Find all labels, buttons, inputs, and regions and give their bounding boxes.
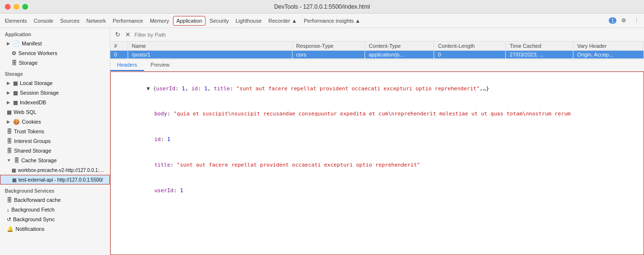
sidebar-item-label: Notifications — [15, 226, 44, 232]
tab-lighthouse[interactable]: Lighthouse — [233, 16, 264, 25]
cell-content-type: application/js... — [365, 51, 434, 59]
gear-icon — [621, 17, 626, 23]
indexeddb-icon: ▦ — [13, 99, 18, 106]
sidebar-item-manifest[interactable]: ▶ 📄 Manifest — [0, 39, 110, 48]
clear-button[interactable]: ✕ — [124, 30, 132, 39]
arrow-icon: ▶ — [7, 100, 10, 105]
json-line-4: title: "sunt aut facere repellat provide… — [115, 152, 640, 178]
sidebar-item-indexeddb[interactable]: ▶ ▦ IndexedDB — [0, 98, 110, 107]
json-string: "sunt aut facere repellat provident occa… — [236, 85, 480, 92]
sidebar-item-background-fetch[interactable]: ↓ Background Fetch — [0, 205, 110, 214]
tab-console[interactable]: Console — [31, 16, 56, 25]
sidebar-item-interest-groups[interactable]: 🗄 Interest Groups — [0, 136, 110, 146]
col-name: Name — [128, 42, 292, 51]
tab-elements[interactable]: Elements — [2, 16, 30, 25]
refresh-button[interactable]: ↻ — [114, 30, 121, 39]
tab-preview[interactable]: Preview — [144, 59, 176, 71]
sidebar-item-cache-storage[interactable]: ▼ 🗄 Cache Storage — [0, 156, 110, 165]
sidebar-item-trust-tokens[interactable]: 🗄 Trust Tokens — [0, 127, 110, 136]
arrow-icon: ▶ — [7, 119, 10, 124]
sidebar-section-application: Application — [0, 28, 110, 39]
maximize-button[interactable] — [22, 4, 28, 10]
sidebar-item-local-storage[interactable]: ▶ ▦ Local Storage — [0, 78, 110, 88]
sidebar-item-label: Local Storage — [20, 80, 53, 86]
sidebar-item-label: Back/forward cache — [14, 197, 61, 203]
minimize-button[interactable] — [14, 4, 19, 10]
arrow-icon: ▼ — [7, 158, 11, 163]
more-options-button[interactable] — [631, 16, 642, 25]
sidebar-item-service-workers[interactable]: ⚙ Service Workers — [0, 48, 110, 58]
tab-headers[interactable]: Headers — [110, 59, 144, 71]
tab-performance-insights[interactable]: Performance insights ▲ — [301, 16, 363, 25]
tab-security[interactable]: Security — [206, 16, 232, 25]
sidebar-item-label: Cache Storage — [21, 157, 57, 163]
sidebar-item-label: Web SQL — [14, 109, 37, 115]
filter-input[interactable] — [134, 32, 640, 38]
sidebar-item-label: Background Fetch — [12, 207, 55, 212]
sidebar-item-back-forward[interactable]: 🗄 Back/forward cache — [0, 195, 110, 205]
tab-application[interactable]: Application — [173, 16, 206, 26]
sidebar-item-label: Session Storage — [20, 90, 59, 96]
title-bar: DevTools - 127.0.0.1:5500/index.html — [0, 0, 644, 14]
sidebar-item-web-sql[interactable]: ▦ Web SQL — [0, 107, 110, 117]
json-key: title — [214, 85, 230, 92]
sidebar-item-label: Manifest — [22, 41, 42, 46]
bottom-panel: Headers Preview ▼ {userId: 1, id: 1, tit… — [110, 59, 644, 255]
col-response-type: Response-Type — [292, 42, 365, 51]
window-controls[interactable] — [5, 4, 28, 10]
back-forward-icon: 🗄 — [7, 197, 12, 203]
table-row[interactable]: 0 /posts/1 cors application/js... 0 27/0… — [110, 51, 644, 59]
cache-test-icon: ▦ — [12, 177, 16, 183]
web-sql-icon: ▦ — [7, 109, 12, 115]
json-key: userId — [154, 187, 174, 194]
manifest-icon: 📄 — [13, 41, 20, 47]
tab-performance[interactable]: Performance — [110, 16, 146, 25]
trust-tokens-icon: 🗄 — [7, 128, 12, 134]
sidebar-item-cookies[interactable]: ▶ 🍪 Cookies — [0, 117, 110, 127]
notifications-icon: 🔔 — [7, 226, 14, 232]
sidebar-item-cache-test[interactable]: ▦ test-external-api - http://127.0.0.1:5… — [0, 175, 110, 184]
close-button[interactable] — [5, 4, 11, 10]
json-key: userId — [156, 85, 176, 92]
background-fetch-icon: ↓ — [7, 207, 10, 212]
toolbar-right: 1 — [609, 16, 642, 25]
json-line-2: body: "quia et suscipit\nsuscipit recusa… — [115, 101, 640, 127]
dots-icon — [634, 17, 639, 23]
sidebar: Application ▶ 📄 Manifest ⚙ Service Worke… — [0, 28, 110, 255]
tab-network[interactable]: Network — [84, 16, 109, 25]
console-badge: 1 — [609, 17, 616, 24]
cell-vary-header: Origin, Accep... — [573, 51, 644, 59]
json-number: 1 — [182, 85, 185, 92]
service-workers-icon: ⚙ — [12, 50, 16, 57]
tab-sources[interactable]: Sources — [57, 16, 82, 25]
sidebar-item-cache-workbox[interactable]: ▦ workbox-precache-v2-http://127.0.0.1:5… — [0, 165, 110, 175]
json-key: title — [154, 162, 170, 168]
json-line-1: ▼ {userId: 1, id: 1, title: "sunt aut fa… — [115, 76, 640, 101]
bottom-tabs: Headers Preview — [110, 59, 644, 71]
sidebar-item-shared-storage[interactable]: 🗄 Shared Storage — [0, 146, 110, 156]
settings-button[interactable] — [618, 16, 629, 25]
sidebar-item-label: Shared Storage — [14, 148, 51, 154]
sidebar-item-storage-app[interactable]: 🗄 Storage — [0, 58, 110, 68]
cell-response-type: cors — [292, 51, 365, 59]
sidebar-item-session-storage[interactable]: ▶ ▦ Session Storage — [0, 88, 110, 98]
tab-memory[interactable]: Memory — [147, 16, 172, 25]
sidebar-item-background-sync[interactable]: ↺ Background Sync — [0, 214, 110, 224]
sidebar-item-label: Interest Groups — [14, 138, 51, 144]
col-time-cached: Time Cached — [506, 42, 573, 51]
cell-time-cached: 27/03/2023, ... — [506, 51, 573, 59]
json-key: id — [154, 136, 161, 142]
cache-table: # Name Response-Type Content-Type Conten… — [110, 42, 644, 59]
cache-storage-icon: 🗄 — [14, 157, 19, 163]
local-storage-icon: ▦ — [13, 80, 18, 86]
col-vary-header: Vary Header — [573, 42, 644, 51]
tab-recorder[interactable]: Recorder ▲ — [265, 16, 300, 25]
sidebar-item-notifications[interactable]: 🔔 Notifications — [0, 224, 110, 234]
col-content-length: Content-Length — [434, 42, 506, 51]
json-key: body — [154, 111, 167, 117]
preview-content: ▼ {userId: 1, id: 1, title: "sunt aut fa… — [110, 71, 644, 255]
arrow-icon: ▶ — [7, 81, 10, 85]
storage-icon: 🗄 — [12, 60, 17, 66]
json-number: 1 — [180, 187, 183, 194]
col-content-type: Content-Type — [365, 42, 434, 51]
